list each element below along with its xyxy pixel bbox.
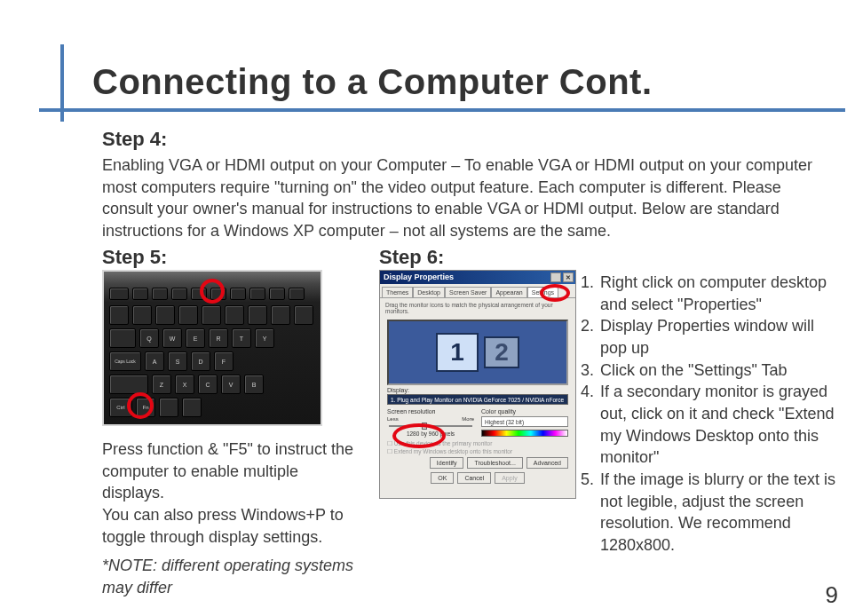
key-f3 (171, 288, 187, 300)
key-2 (155, 305, 175, 325)
key-1 (132, 305, 152, 325)
key-f7 (249, 288, 265, 300)
key-r: R (209, 328, 228, 348)
cancel-button: Cancel (457, 472, 491, 484)
key-s: S (168, 351, 187, 371)
color-quality-group: Color quality Highest (32 bit) (481, 408, 568, 437)
step6-instructions-list: 1.Right click on computer desktop and se… (581, 272, 840, 557)
display-label: Display: (387, 387, 568, 393)
key-y: Y (255, 328, 274, 348)
key-8 (294, 305, 313, 325)
tab-screensaver: Screen Saver (445, 287, 491, 297)
key-b: B (244, 375, 264, 394)
monitor-1-icon: 1 (436, 333, 479, 372)
key-f8 (269, 288, 285, 300)
key-f6 (230, 288, 246, 300)
drag-instruction: Drag the monitor icons to match the phys… (380, 298, 575, 318)
monitor-2-icon: 2 (484, 336, 519, 368)
highlight-settings-tab-circle (540, 284, 570, 302)
tab-appearance: Appearan (491, 287, 526, 297)
highlight-resolution-circle (392, 423, 446, 448)
key-c: C (198, 375, 218, 394)
list-item: 1.Right click on computer desktop and se… (581, 272, 840, 315)
identify-button: Identify (430, 457, 464, 469)
key-5 (225, 305, 244, 325)
troubleshoot-button: Troubleshoot... (467, 457, 522, 469)
monitor-arrangement-area: 1 2 (387, 320, 568, 385)
key-3 (178, 305, 198, 325)
step5-body: Press function & "F5" to instruct the co… (102, 438, 364, 548)
highlight-fn-circle (127, 392, 154, 419)
key-x: X (175, 375, 194, 394)
step4-heading: Step 4: (102, 128, 167, 151)
key-7 (271, 305, 290, 325)
highlight-f5-circle (200, 279, 225, 304)
key-d: D (191, 351, 210, 371)
key-4 (202, 305, 221, 325)
window-title-text: Display Properties (384, 272, 454, 281)
key-w: W (162, 328, 182, 348)
color-quality-bar (481, 430, 568, 437)
display-properties-window: Display Properties ✕ Themes Desktop Scre… (379, 270, 576, 499)
keyboard-image: Q W E R T Y Caps Lock A S D F Z X C V B … (102, 270, 322, 426)
list-item: 3.Click on the "Settings" Tab (581, 359, 840, 382)
key-t: T (232, 328, 251, 348)
list-item: 5.If the image is blurry or the text is … (581, 469, 840, 557)
key-e: E (186, 328, 205, 348)
key-a: A (145, 351, 164, 371)
key-capslock: Caps Lock (109, 351, 141, 371)
tab-desktop: Desktop (413, 287, 445, 297)
key-f1 (132, 288, 148, 300)
color-quality-label: Color quality (481, 408, 568, 415)
color-quality-dropdown: Highest (32 bit) (481, 416, 568, 427)
list-item: 4.If a secondary monitor is grayed out, … (581, 381, 840, 469)
key-shift (109, 375, 148, 394)
key-f: F (214, 351, 234, 371)
key-f9 (289, 288, 305, 300)
list-item: 2.Display Properties window will pop up (581, 315, 840, 359)
key-esc (109, 288, 129, 300)
page-title: Connecting to a Computer Cont. (92, 62, 653, 102)
window-close-icon: ✕ (563, 272, 574, 282)
window-help-icon (550, 272, 561, 282)
key-tab (109, 328, 136, 348)
step5-note: *NOTE: different operating systems may d… (102, 555, 360, 598)
window-titlebar: Display Properties ✕ (380, 271, 575, 284)
key-grave (109, 305, 129, 325)
key-6 (248, 305, 267, 325)
key-v: V (221, 375, 241, 394)
screen-resolution-label: Screen resolution (387, 408, 474, 415)
step5-heading: Step 5: (102, 246, 167, 269)
title-horizontal-rule (39, 108, 845, 112)
key-win (159, 398, 178, 417)
step6-heading: Step 6: (379, 246, 444, 269)
advanced-button: Advanced (526, 457, 568, 469)
apply-button: Apply (495, 472, 525, 484)
ok-button: OK (431, 472, 454, 484)
key-f2 (152, 288, 168, 300)
check-extend-desktop: ☐ Extend my Windows desktop onto this mo… (387, 448, 568, 455)
step4-body: Enabling VGA or HDMI output on your Comp… (102, 154, 830, 242)
document-page: Connecting to a Computer Cont. Step 4: E… (0, 0, 847, 616)
key-q: Q (139, 328, 159, 348)
page-number: 9 (826, 581, 838, 609)
display-dropdown: 1. Plug and Play Monitor on NVIDIA GeFor… (387, 394, 568, 405)
tab-themes: Themes (382, 287, 413, 297)
key-alt (182, 398, 202, 417)
key-z: Z (152, 375, 171, 394)
